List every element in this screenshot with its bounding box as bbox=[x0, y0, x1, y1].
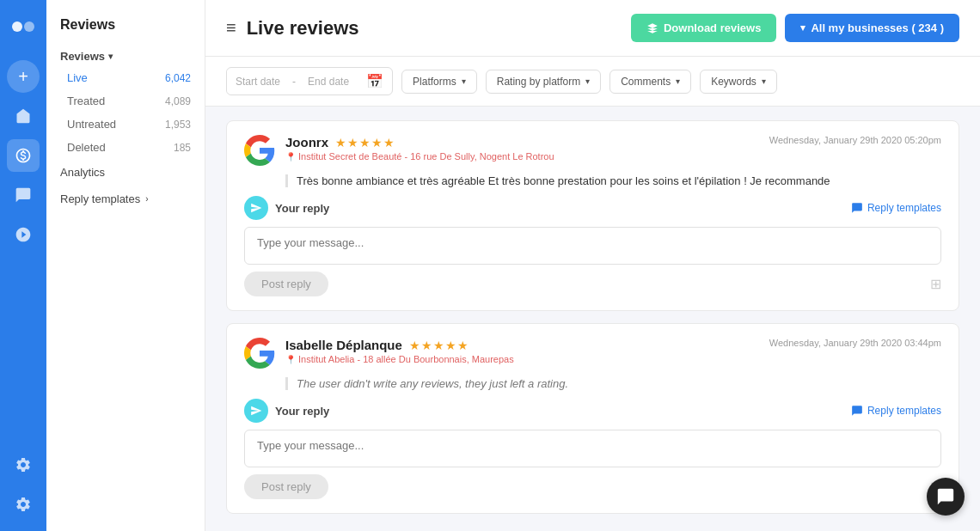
google-icon bbox=[244, 135, 275, 166]
header-actions: Download reviews ▾ All my businesses ( 2… bbox=[631, 14, 959, 42]
google-icon bbox=[244, 338, 275, 369]
sidebar: Reviews Reviews ▾ Live 6,042 Treated 4,0… bbox=[46, 0, 205, 531]
review-location: 📍 Institut Secret de Beauté - 16 rue De … bbox=[285, 151, 554, 162]
svg-point-0 bbox=[12, 21, 22, 32]
review-date: Wednesday, January 29th 2020 03:44pm bbox=[769, 338, 941, 348]
platforms-filter[interactable]: Platforms ▾ bbox=[401, 70, 477, 94]
rocket-icon[interactable] bbox=[7, 218, 40, 251]
calendar-icon[interactable]: 📅 bbox=[358, 68, 392, 95]
keywords-filter[interactable]: Keywords ▾ bbox=[700, 70, 777, 94]
review-left: Isabelle Déplanque ★★★★★ 📍 Institut Abel… bbox=[244, 338, 514, 369]
sidebar-treated-label: Treated bbox=[67, 95, 105, 107]
icon-bar: + bbox=[0, 0, 46, 531]
add-button[interactable]: + bbox=[7, 60, 40, 93]
reply-footer: Post reply ⊞ bbox=[244, 474, 941, 499]
post-reply-button[interactable]: Post reply bbox=[244, 474, 328, 499]
reply-section: Your reply Reply templates Post reply ⊞ bbox=[244, 196, 941, 296]
logo-icon[interactable] bbox=[7, 10, 40, 43]
reply-send-icon bbox=[244, 196, 268, 220]
post-reply-button[interactable]: Post reply bbox=[244, 272, 328, 296]
sidebar-reply-templates-label: Reply templates bbox=[60, 192, 140, 205]
sidebar-reviews-section[interactable]: Reviews ▾ bbox=[46, 46, 205, 66]
reply-templates-button[interactable]: Reply templates bbox=[851, 405, 941, 417]
sidebar-treated-count: 4,089 bbox=[165, 95, 191, 107]
download-reviews-button[interactable]: Download reviews bbox=[631, 14, 776, 42]
review-card: Joonrx ★★★★★ 📍 Institut Secret de Beauté… bbox=[226, 120, 959, 311]
reply-send-icon bbox=[244, 399, 268, 423]
reviews-list: Joonrx ★★★★★ 📍 Institut Secret de Beauté… bbox=[205, 107, 980, 531]
your-reply-label: Your reply bbox=[244, 399, 329, 423]
businesses-button[interactable]: ▾ All my businesses ( 234 ) bbox=[785, 14, 959, 42]
end-date-input[interactable]: End date bbox=[299, 70, 358, 93]
sidebar-title: Reviews bbox=[46, 17, 205, 46]
chat-button[interactable] bbox=[927, 478, 965, 516]
reply-message-input[interactable] bbox=[244, 227, 941, 265]
chevron-down-icon: ▾ bbox=[676, 76, 680, 86]
start-date-input[interactable]: Start date bbox=[227, 70, 289, 93]
chevron-right-icon: › bbox=[145, 194, 148, 204]
location-text: Institut Secret de Beauté - 16 rue De Su… bbox=[298, 151, 554, 162]
review-meta: Joonrx ★★★★★ 📍 Institut Secret de Beauté… bbox=[285, 135, 554, 162]
sidebar-analytics[interactable]: Analytics bbox=[46, 159, 205, 186]
sidebar-item-deleted[interactable]: Deleted 185 bbox=[46, 136, 205, 159]
review-location: 📍 Institut Abelia - 18 allée Du Bourbonn… bbox=[285, 354, 514, 364]
rating-filter[interactable]: Rating by platform ▾ bbox=[486, 70, 601, 94]
date-range-filter[interactable]: Start date - End date 📅 bbox=[226, 67, 393, 95]
comments-label: Comments bbox=[621, 76, 671, 88]
rating-label: Rating by platform bbox=[497, 76, 580, 88]
chevron-down-icon: ▾ bbox=[762, 76, 766, 86]
your-reply-label: Your reply bbox=[244, 196, 329, 220]
sidebar-untreated-label: Untreated bbox=[67, 118, 116, 131]
reply-section: Your reply Reply templates Post reply ⊞ bbox=[244, 399, 941, 499]
keywords-label: Keywords bbox=[711, 76, 756, 88]
sidebar-reply-templates[interactable]: Reply templates › bbox=[46, 186, 205, 212]
review-text: The user didn't write any reviews, they … bbox=[285, 377, 941, 390]
review-card: Isabelle Déplanque ★★★★★ 📍 Institut Abel… bbox=[226, 323, 959, 514]
reply-header: Your reply Reply templates bbox=[244, 399, 941, 423]
gear-icon[interactable] bbox=[7, 449, 40, 481]
settings-icon[interactable] bbox=[7, 488, 40, 521]
review-header: Joonrx ★★★★★ 📍 Institut Secret de Beauté… bbox=[244, 135, 941, 166]
page-header: ≡ Live reviews Download reviews ▾ All my… bbox=[205, 0, 980, 57]
sidebar-item-treated[interactable]: Treated 4,089 bbox=[46, 89, 205, 113]
sidebar-untreated-count: 1,953 bbox=[165, 119, 191, 131]
platforms-label: Platforms bbox=[413, 76, 456, 88]
comments-filter[interactable]: Comments ▾ bbox=[609, 70, 691, 94]
store-icon[interactable] bbox=[7, 100, 40, 132]
reviewer-name: Isabelle Déplanque bbox=[285, 338, 402, 352]
sidebar-item-live[interactable]: Live 6,042 bbox=[46, 66, 205, 89]
chat-sidebar-icon[interactable] bbox=[7, 179, 40, 211]
review-stars: ★★★★★ bbox=[335, 136, 395, 150]
review-header: Isabelle Déplanque ★★★★★ 📍 Institut Abel… bbox=[244, 338, 941, 369]
chevron-down-icon: ▾ bbox=[585, 76, 590, 86]
location-pin-icon: 📍 bbox=[285, 152, 296, 162]
menu-icon[interactable]: ≡ bbox=[226, 18, 236, 38]
sidebar-deleted-count: 185 bbox=[174, 142, 191, 154]
reply-templates-icon bbox=[851, 202, 863, 214]
reviews-icon[interactable] bbox=[7, 139, 40, 172]
reply-footer: Post reply ⊞ bbox=[244, 272, 941, 296]
chevron-down-icon: ▾ bbox=[800, 22, 805, 34]
header-left: ≡ Live reviews bbox=[226, 17, 359, 40]
location-pin-icon: 📍 bbox=[285, 355, 296, 364]
translate-icon[interactable]: ⊞ bbox=[930, 276, 941, 292]
review-date: Wednesday, January 29th 2020 05:20pm bbox=[769, 135, 941, 145]
review-left: Joonrx ★★★★★ 📍 Institut Secret de Beauté… bbox=[244, 135, 554, 166]
review-meta: Isabelle Déplanque ★★★★★ 📍 Institut Abel… bbox=[285, 338, 514, 364]
sidebar-deleted-label: Deleted bbox=[67, 141, 106, 154]
review-text: Très bonne ambiance et très agréable Et … bbox=[285, 174, 941, 187]
svg-point-1 bbox=[24, 21, 34, 32]
sidebar-reviews-label: Reviews bbox=[60, 50, 105, 63]
reply-templates-link-text: Reply templates bbox=[867, 202, 941, 214]
reply-templates-link-text: Reply templates bbox=[867, 405, 941, 417]
sidebar-item-untreated[interactable]: Untreated 1,953 bbox=[46, 113, 205, 136]
reply-templates-icon bbox=[851, 405, 863, 417]
filter-bar: Start date - End date 📅 Platforms ▾ Rati… bbox=[205, 57, 980, 107]
chevron-down-icon: ▾ bbox=[462, 76, 466, 86]
sidebar-analytics-label: Analytics bbox=[60, 166, 105, 179]
reply-templates-button[interactable]: Reply templates bbox=[851, 202, 941, 214]
main-content: ≡ Live reviews Download reviews ▾ All my… bbox=[205, 0, 980, 531]
sidebar-live-count: 6,042 bbox=[165, 72, 191, 84]
reply-message-input[interactable] bbox=[244, 430, 941, 467]
reviewer-name: Joonrx bbox=[285, 135, 328, 150]
